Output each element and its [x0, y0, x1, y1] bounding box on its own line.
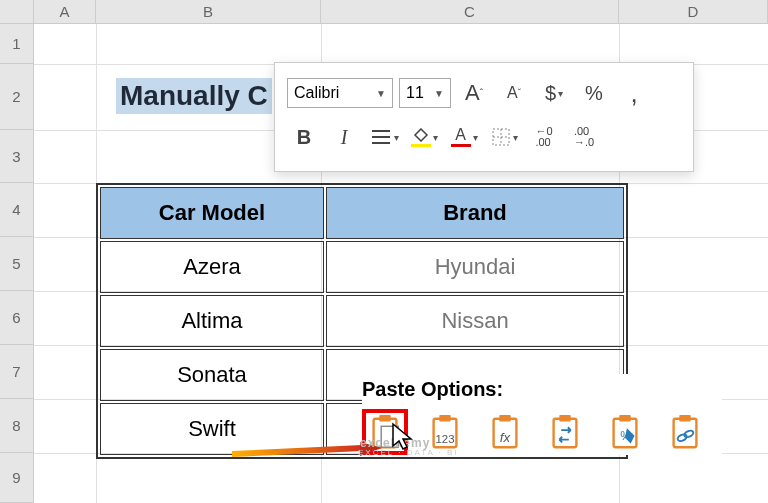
col-C[interactable]: C — [321, 0, 619, 23]
header-model[interactable]: Car Model — [100, 187, 324, 239]
clipboard-format-icon: % — [606, 413, 644, 451]
svg-text:fx: fx — [500, 430, 512, 445]
cell-model[interactable]: Azera — [100, 241, 324, 293]
page-title: Manually C — [116, 78, 272, 114]
svg-rect-18 — [619, 415, 630, 422]
bold-button[interactable]: B — [287, 120, 321, 154]
row-8[interactable]: 8 — [0, 399, 34, 453]
font-name-select[interactable]: Calibri▼ — [287, 78, 393, 108]
decrease-decimal-button[interactable]: .00→.0 — [567, 120, 601, 154]
font-name: Calibri — [294, 84, 339, 102]
increase-decimal-button[interactable]: ←0.00 — [527, 120, 561, 154]
col-A[interactable]: A — [34, 0, 96, 23]
cell-brand[interactable]: Hyundai — [326, 241, 624, 293]
row-headers: 1 2 3 4 5 6 7 8 9 — [0, 24, 34, 503]
col-B[interactable]: B — [96, 0, 321, 23]
svg-rect-13 — [499, 415, 510, 422]
row-2[interactable]: 2 — [0, 64, 34, 130]
percent-button[interactable]: % — [577, 76, 611, 110]
increase-font-button[interactable]: Aˆ — [457, 76, 491, 110]
column-headers: A B C D — [0, 0, 768, 24]
row-3[interactable]: 3 — [0, 130, 34, 183]
comma-button[interactable]: , — [617, 76, 651, 110]
align-button[interactable]: ▾ — [367, 120, 401, 154]
svg-rect-7 — [379, 415, 390, 422]
cell-model[interactable]: Sonata — [100, 349, 324, 401]
paste-options-title: Paste Options: — [362, 374, 722, 409]
paste-transpose-button[interactable] — [542, 409, 588, 455]
svg-rect-16 — [559, 415, 570, 422]
row-6[interactable]: 6 — [0, 291, 34, 345]
font-size-select[interactable]: 11▼ — [399, 78, 451, 108]
table-header-row: Car Model Brand — [100, 187, 624, 239]
select-all-corner[interactable] — [0, 0, 34, 23]
clipboard-formula-icon: fx — [486, 413, 524, 451]
row-9[interactable]: 9 — [0, 453, 34, 503]
chevron-down-icon: ▼ — [376, 88, 386, 99]
paste-formulas-button[interactable]: fx — [482, 409, 528, 455]
svg-text:123: 123 — [435, 433, 454, 445]
row-1[interactable]: 1 — [0, 24, 34, 64]
chevron-down-icon: ▼ — [434, 88, 444, 99]
col-D[interactable]: D — [619, 0, 768, 23]
cell-brand[interactable]: Nissan — [326, 295, 624, 347]
clipboard-values-icon: 123 — [426, 413, 464, 451]
paste-link-button[interactable] — [662, 409, 708, 455]
svg-point-23 — [683, 429, 694, 438]
currency-button[interactable]: $▾ — [537, 76, 571, 110]
mini-toolbar: Calibri▼ 11▼ Aˆ Aˇ $▾ % , B I ▾ ▾ A▾ ▾ ←… — [274, 62, 694, 172]
decrease-font-button[interactable]: Aˇ — [497, 76, 531, 110]
table-row: AltimaNissan — [100, 295, 624, 347]
svg-rect-15 — [554, 419, 577, 448]
row-5[interactable]: 5 — [0, 237, 34, 291]
fill-color-button[interactable]: ▾ — [407, 120, 441, 154]
font-size: 11 — [406, 84, 424, 102]
italic-button[interactable]: I — [327, 120, 361, 154]
font-color-button[interactable]: A▾ — [447, 120, 481, 154]
clipboard-link-icon — [666, 413, 704, 451]
svg-rect-21 — [679, 415, 690, 422]
row-7[interactable]: 7 — [0, 345, 34, 399]
cursor-icon — [390, 422, 414, 452]
table-row: AzeraHyundai — [100, 241, 624, 293]
header-brand[interactable]: Brand — [326, 187, 624, 239]
borders-button[interactable]: ▾ — [487, 120, 521, 154]
paste-formatting-button[interactable]: % — [602, 409, 648, 455]
svg-rect-10 — [439, 415, 450, 422]
cell-model[interactable]: Altima — [100, 295, 324, 347]
svg-line-24 — [232, 448, 362, 454]
clipboard-transpose-icon — [546, 413, 584, 451]
row-4[interactable]: 4 — [0, 183, 34, 237]
